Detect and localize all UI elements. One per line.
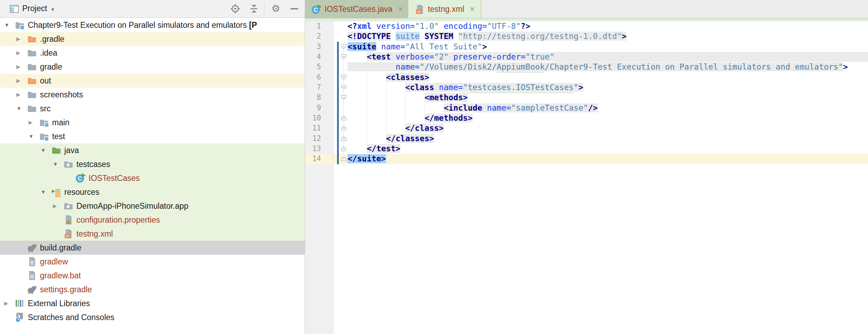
tree-row[interactable]: ▼resources <box>0 185 305 199</box>
tree-row[interactable]: ▶.gradle <box>0 32 305 46</box>
chevron-expanded-icon[interactable]: ▼ <box>16 102 22 116</box>
tree-row[interactable]: ▶screenshots <box>0 88 305 102</box>
tree-row[interactable]: ▶out <box>0 74 305 88</box>
tree-item-label[interactable]: gradlew.bat <box>40 269 81 283</box>
gear-icon[interactable]: ⚙ <box>271 3 282 14</box>
tree-row[interactable]: settings.gradle <box>0 283 305 296</box>
code-line-9[interactable]: 9 <include name="sampleTestCase"/> <box>305 103 868 113</box>
tree-row[interactable]: CIOSTestCases <box>0 171 305 185</box>
code-token: name= <box>381 42 405 51</box>
tree-row[interactable]: ▼java <box>0 143 305 157</box>
fold-open-icon[interactable] <box>341 44 346 49</box>
collapse-all-icon[interactable] <box>249 3 259 14</box>
tree-item-label[interactable]: DemoApp-iPhoneSimulator.app <box>76 199 188 213</box>
tree-item-label[interactable]: gradlew <box>40 255 68 269</box>
vcs-change-marker[interactable] <box>337 42 339 164</box>
fold-close-icon[interactable] <box>341 115 346 121</box>
tree-item-label[interactable]: testng.xml <box>76 227 113 241</box>
code-line-8[interactable]: 8 <methods> <box>305 93 868 103</box>
fold-open-icon[interactable] <box>341 74 346 80</box>
chevron-expanded-icon[interactable]: ▼ <box>41 185 46 199</box>
chevron-collapsed-icon[interactable]: ▶ <box>16 60 21 74</box>
code-line-12[interactable]: 12 </classes> <box>305 134 868 144</box>
code-line-3[interactable]: 3<suite name="All Test Suite"> <box>305 42 868 52</box>
tree-item-label[interactable]: configuration.properties <box>76 213 160 227</box>
tree-item-label[interactable]: Chapter9-Test Execution on Parallel simu… <box>28 18 257 32</box>
fold-open-icon[interactable] <box>341 95 346 100</box>
tree-row[interactable]: build.gradle <box>0 241 305 255</box>
tree-item-label[interactable]: gradle <box>40 60 62 74</box>
tree-item-label[interactable]: src <box>40 102 51 116</box>
tree-item-label[interactable]: .idea <box>40 46 57 60</box>
editor-tab-testng-xml[interactable]: <>testng.xml× <box>408 0 481 18</box>
fold-close-icon[interactable] <box>341 136 346 141</box>
editor-tab-iostestcases-java[interactable]: CIOSTestCases.java× <box>305 0 410 18</box>
tree-row[interactable]: configuration.properties <box>0 213 305 227</box>
code-line-6[interactable]: 6 <classes> <box>305 72 868 82</box>
code-editor[interactable]: 1<?xml version="1.0" encoding="UTF-8"?>2… <box>305 21 868 334</box>
tree-row[interactable]: gradlew <box>0 255 305 269</box>
code-line-1[interactable]: 1<?xml version="1.0" encoding="UTF-8"?> <box>305 21 868 31</box>
tree-item-label[interactable]: build.gradle <box>40 241 81 255</box>
chevron-collapsed-icon[interactable]: ▶ <box>16 88 21 102</box>
code-line-13[interactable]: 13 </test> <box>305 144 868 154</box>
code-line-7[interactable]: 7 <class name="testcases.IOSTestCases"> <box>305 82 868 93</box>
code-line-4[interactable]: 4 <test verbose="2" preserve-order="true… <box>305 52 868 62</box>
tree-item-label[interactable]: IOSTestCases <box>89 171 140 185</box>
tree-row[interactable]: ▶.idea <box>0 46 305 60</box>
file-text-icon <box>27 270 37 281</box>
tree-item-label[interactable]: settings.gradle <box>40 283 92 296</box>
tree-row[interactable]: ▼testcases <box>0 157 305 171</box>
code-line-5[interactable]: 5 name="/Volumes/Disk2/AppiumBook/Chapte… <box>305 62 868 72</box>
code-line-14[interactable]: 14</suite> <box>305 154 868 164</box>
tree-row[interactable]: ▼Chapter9-Test Execution on Parallel sim… <box>0 18 305 32</box>
code-line-2[interactable]: 2<!DOCTYPE suite SYSTEM "http://testng.o… <box>305 31 868 41</box>
tree-item-label[interactable]: resources <box>64 185 99 199</box>
chevron-collapsed-icon[interactable]: ▶ <box>53 199 57 213</box>
tree-item-label[interactable]: External Libraries <box>28 296 90 310</box>
tree-item-label[interactable]: test <box>52 129 65 143</box>
chevron-expanded-icon[interactable]: ▼ <box>41 143 46 157</box>
chevron-expanded-icon[interactable]: ▼ <box>4 18 9 32</box>
fold-close-icon[interactable] <box>341 146 346 151</box>
close-icon[interactable]: × <box>470 5 475 13</box>
tree-item-label[interactable]: .gradle <box>40 32 64 46</box>
fold-open-icon[interactable] <box>341 54 346 59</box>
chevron-collapsed-icon[interactable]: ▶ <box>28 116 33 129</box>
tree-row[interactable]: ▶DemoApp-iPhoneSimulator.app <box>0 199 305 213</box>
hide-icon[interactable] <box>289 3 300 14</box>
tree-row[interactable]: gradlew.bat <box>0 269 305 283</box>
fold-open-icon[interactable] <box>341 85 346 90</box>
chevron-expanded-icon[interactable]: ▼ <box>53 157 58 171</box>
chevron-down-icon[interactable]: ▾ <box>51 6 54 13</box>
tree-row[interactable]: ▼src <box>0 102 305 116</box>
fold-close-icon[interactable] <box>341 125 346 131</box>
code-line-10[interactable]: 10 </methods> <box>305 113 868 123</box>
xml-file-icon: <> <box>415 4 424 14</box>
line-number: 9 <box>305 103 321 113</box>
tree-row[interactable]: ▶main <box>0 116 305 129</box>
tree-item-label[interactable]: java <box>64 143 79 157</box>
chevron-collapsed-icon[interactable]: ▶ <box>16 46 21 60</box>
chevron-collapsed-icon[interactable]: ▶ <box>16 32 21 46</box>
scratches-icon <box>15 312 25 323</box>
tree-row[interactable]: ▶gradle <box>0 60 305 74</box>
chevron-collapsed-icon[interactable]: ▶ <box>4 296 8 310</box>
code-token: testcases.IOSTestCases <box>468 83 574 92</box>
tree-item-label[interactable]: Scratches and Consoles <box>28 310 114 324</box>
tree-item-label[interactable]: testcases <box>76 157 110 171</box>
tree-item-label[interactable]: out <box>40 74 51 88</box>
close-icon[interactable]: × <box>398 5 403 13</box>
tree-row[interactable]: ▼test <box>0 129 305 143</box>
chevron-collapsed-icon[interactable]: ▶ <box>16 74 21 88</box>
tree-row[interactable]: <>testng.xml <box>0 227 305 241</box>
tree-row[interactable]: ▶External Libraries <box>0 296 305 310</box>
fold-close-icon[interactable] <box>341 156 346 161</box>
tree-row[interactable]: Scratches and Consoles <box>0 310 305 324</box>
code-line-11[interactable]: 11 </class> <box>305 123 868 133</box>
chevron-expanded-icon[interactable]: ▼ <box>28 129 34 143</box>
locate-icon[interactable] <box>230 3 240 14</box>
panel-title[interactable]: Project <box>22 4 47 13</box>
tree-item-label[interactable]: main <box>52 116 69 129</box>
tree-item-label[interactable]: screenshots <box>40 88 83 102</box>
